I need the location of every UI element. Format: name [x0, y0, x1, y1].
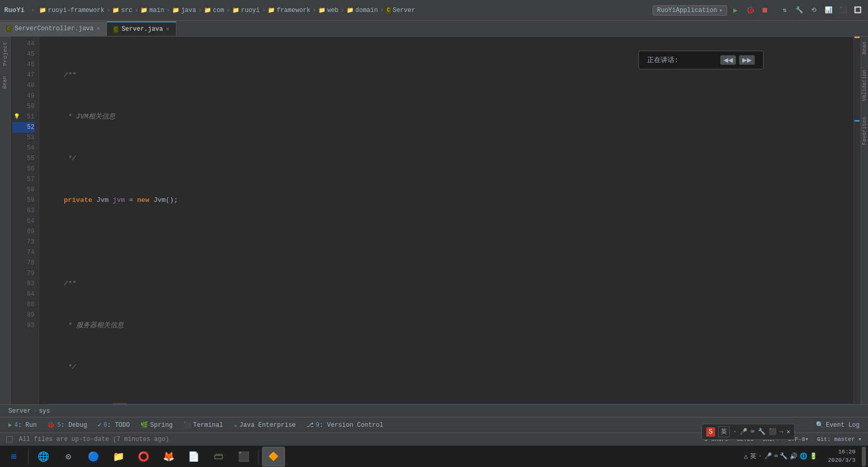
run-controls: RuoYiApplication ▾ ▶ 🐞 ⏹ — [652, 4, 771, 17]
editor-area[interactable]: 44 45 46 47 48 — [10, 37, 861, 404]
tab-icon-server: C — [113, 26, 118, 33]
debug-button[interactable]: 🐞 — [744, 4, 756, 17]
tab-close-server[interactable]: × — [166, 26, 170, 32]
tab-server[interactable]: C Server.java × — [107, 21, 176, 36]
taskbar-cmd[interactable]: ⬛ — [232, 447, 255, 466]
breadcrumb-server[interactable]: Server — [393, 7, 415, 14]
version-control-icon: ⎇ — [306, 421, 314, 429]
gutter-mark-top — [854, 37, 860, 38]
popup-forward-button[interactable]: ▶▶ — [739, 55, 755, 65]
code-scroll[interactable]: 44 45 46 47 48 — [10, 37, 861, 404]
clock-date: 2020/3/3 — [828, 457, 855, 464]
taskbar-start[interactable]: ⊞ — [2, 447, 25, 466]
taskbar-foxit[interactable]: 📄 — [182, 447, 205, 466]
folder-icon-ruoyi: 📁 — [232, 7, 240, 14]
sidebar-bean-label[interactable]: Bean — [2, 76, 8, 89]
tool-java-enterprise[interactable]: ☕ Java Enterprise — [230, 420, 300, 430]
status-checkbox[interactable] — [6, 436, 13, 442]
tool-debug[interactable]: 🐞 5: Debug — [43, 420, 91, 430]
tab-close-server-controller[interactable]: × — [97, 26, 100, 32]
popup-rewind-button[interactable]: ◀◀ — [720, 55, 736, 65]
tool-version-control[interactable]: ⎇ 9: Version Control — [302, 420, 388, 430]
status-message: All files are up-to-date (7 minutes ago) — [19, 436, 169, 443]
clock-time: 16:20 — [828, 448, 855, 456]
ime-settings-icon[interactable]: ⌨ — [751, 428, 754, 436]
tray-icon-keyboard[interactable]: ⌨ — [774, 452, 778, 460]
ime-lang[interactable]: 英 — [718, 426, 730, 437]
ime-mic-icon[interactable]: 🎤 — [740, 428, 747, 436]
breadcrumb-ruoyi[interactable]: ruoyi — [241, 7, 260, 14]
ime-panel-icon[interactable]: ⬛ — [769, 428, 777, 436]
breadcrumb-ruoyi-framework[interactable]: ruoyi-framework — [48, 7, 104, 14]
sidebar-project-label[interactable]: Project — [2, 42, 8, 66]
bc-server[interactable]: Server — [8, 408, 31, 415]
status-vcs[interactable]: Git: master ▾ — [817, 436, 862, 442]
class-icon-server: C — [386, 7, 391, 14]
right-panel-favorites[interactable]: Favorites — [862, 117, 867, 145]
toolbar-icon-6[interactable]: 🔳 — [851, 4, 864, 17]
ime-brand-icon: S — [706, 427, 715, 437]
breadcrumb-com[interactable]: com — [213, 7, 224, 14]
run-config-dropdown[interactable]: RuoYiApplication ▾ — [652, 5, 727, 16]
java-enterprise-icon: ☕ — [234, 421, 237, 429]
terminal-tool-icon: ⬛ — [183, 421, 191, 429]
breadcrumb-web[interactable]: web — [327, 7, 339, 14]
toolbar-icon-1[interactable]: ⇅ — [778, 4, 791, 17]
ime-tools-icon[interactable]: 🔧 — [758, 428, 766, 436]
ime-arrow-icon[interactable]: → — [780, 428, 783, 436]
tool-spring[interactable]: 🌿 Spring — [136, 420, 177, 430]
tray-icon-network[interactable]: 🌐 — [800, 452, 807, 460]
taskbar-winrar[interactable]: 🗃 — [207, 447, 230, 466]
run-config-label: RuoYiApplication — [657, 7, 717, 14]
toolbar-icon-2[interactable]: 🔧 — [793, 4, 805, 17]
tab-icon-server-controller: C — [6, 26, 11, 32]
tab-bar: C ServerController.java × C Server.java … — [0, 21, 868, 37]
toolbar-icon-4[interactable]: 📊 — [822, 4, 835, 17]
breadcrumb-framework[interactable]: framework — [277, 7, 311, 14]
ime-dot[interactable]: · — [733, 428, 736, 436]
taskbar-idea[interactable]: 🔶 — [262, 447, 285, 466]
bc-sys[interactable]: sys — [39, 408, 50, 415]
taskbar-app2[interactable]: ⊙ — [57, 447, 80, 466]
tray-icon-dot[interactable]: · — [758, 453, 762, 460]
folder-icon-src: 📁 — [112, 7, 120, 14]
taskbar-clock[interactable]: 16:20 2020/3/3 — [824, 448, 860, 464]
tray-icon-battery[interactable]: 🔋 — [810, 452, 817, 460]
right-panel-bean[interactable]: Bean — [862, 42, 867, 54]
tray-lang[interactable]: 英 — [750, 452, 756, 461]
breadcrumb-src[interactable]: src — [121, 7, 133, 14]
toolbar-icon-3[interactable]: ⟲ — [807, 4, 820, 17]
right-panel-validation[interactable]: Validation — [862, 70, 867, 101]
tool-event-log[interactable]: 🔍 Event Log — [812, 420, 864, 430]
folder-icon-domain: 📁 — [347, 7, 354, 14]
ime-close-icon[interactable]: ✕ — [787, 428, 790, 436]
taskbar-show-desktop[interactable] — [862, 447, 866, 466]
tool-terminal[interactable]: ⬛ Terminal — [179, 420, 228, 430]
tray-icon-mic[interactable]: 🎤 — [764, 452, 772, 460]
bottom-breadcrumb: Server › sys — [0, 404, 868, 417]
breadcrumb-java[interactable]: java — [181, 7, 196, 14]
taskbar-app5[interactable]: ⭕ — [132, 447, 155, 466]
tray-icon-1[interactable]: △ — [744, 452, 748, 460]
run-button[interactable]: ▶ — [729, 4, 742, 17]
tray-icon-settings[interactable]: 🔧 — [780, 452, 788, 460]
taskbar-ie[interactable]: 🌐 — [32, 447, 55, 466]
taskbar-chrome[interactable]: 🔵 — [82, 447, 105, 466]
stop-button[interactable]: ⏹ — [758, 4, 771, 17]
ime-toolbar: S 英 · 🎤 ⌨ 🔧 ⬛ → ✕ — [701, 424, 795, 440]
code-line-49: /** — [47, 279, 853, 289]
taskbar: ⊞ 🌐 ⊙ 🔵 📁 ⭕ 🦊 📄 🗃 ⬛ 🔶 △ 英 · 🎤 ⌨ 🔧 🔊 🌐 🔋 … — [0, 445, 868, 467]
breadcrumb-main[interactable]: main — [149, 7, 164, 14]
toolbar-icon-5[interactable]: ⬛ — [837, 4, 849, 17]
tray-icon-speaker[interactable]: 🔊 — [790, 452, 798, 460]
tab-server-controller[interactable]: C ServerController.java × — [0, 21, 107, 36]
breadcrumb-domain[interactable]: domain — [355, 7, 378, 14]
code-content[interactable]: /** * JVM相关信息 */ private Jvm jv — [39, 37, 853, 404]
folder-icon-java: 📁 — [172, 7, 180, 14]
taskbar-explorer[interactable]: 📁 — [107, 447, 130, 466]
tool-run[interactable]: ▶ 4: Run — [4, 420, 41, 430]
taskbar-firefox[interactable]: 🦊 — [157, 447, 180, 466]
tool-todo[interactable]: ✓ 6: TODO — [93, 420, 134, 430]
chevron-down-icon: ▾ — [719, 7, 722, 14]
run-tool-icon: ▶ — [8, 421, 12, 429]
